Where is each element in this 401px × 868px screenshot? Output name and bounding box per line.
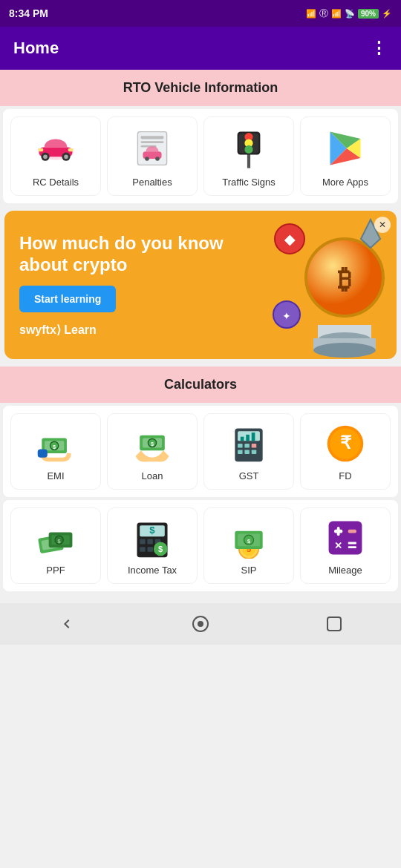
menu-button[interactable]: ⋮ [371,39,388,58]
svg-text:$: $ [149,525,155,536]
more-apps-label: More Apps [322,177,368,188]
status-icons: 📶 Ⓡ 📶 📡 90% ⚡ [306,7,392,20]
svg-rect-6 [38,148,43,151]
register-icon: Ⓡ [319,7,328,20]
svg-rect-89 [348,542,356,545]
svg-text:₿: ₿ [338,264,351,295]
svg-rect-42 [38,449,48,457]
calc-grid-row1: $ EMI $ Loan [3,406,398,497]
penalties-label: Penalties [132,177,172,188]
status-time: 8:34 PM [9,7,48,19]
svg-rect-86 [337,527,340,536]
gst-icon [226,421,271,466]
emi-icon: $ [33,421,78,466]
emi-label: EMI [47,470,64,481]
svg-rect-9 [141,136,164,139]
svg-rect-10 [141,141,164,143]
battery-icon: 90% [358,9,379,19]
svg-rect-49 [241,437,244,441]
bottom-navigation [0,603,401,645]
grid-item-more-apps[interactable]: More Apps [300,116,391,196]
svg-rect-71 [147,539,152,545]
signal-icon: 📶 [306,9,316,19]
traffic-signs-label: Traffic Signs [222,177,276,188]
svg-rect-50 [246,435,250,441]
svg-rect-57 [252,450,257,454]
loan-icon: $ [130,421,175,466]
svg-point-92 [198,621,203,627]
calc-item-emi[interactable]: $ EMI [10,413,101,490]
sip-icon: 5 $ [226,516,271,560]
sip-label: SIP [241,565,257,576]
ad-close-button[interactable]: ✕ [374,217,391,233]
top-grid: RC Details Penalties [3,109,398,203]
svg-rect-54 [252,444,257,448]
ad-cta-button[interactable]: Start learning [19,286,116,312]
calc-grid-row2: $ PPF $ $ Inc [3,500,398,591]
svg-rect-53 [244,444,250,448]
gst-label: GST [239,470,259,481]
calc-item-ppf[interactable]: $ PPF [10,507,101,584]
ppf-label: PPF [46,565,65,576]
svg-rect-70 [140,539,145,545]
wifi-icon: 📡 [345,9,355,19]
grid-item-rc-details[interactable]: RC Details [10,116,101,196]
status-bar: 8:34 PM 📶 Ⓡ 📶 📡 90% ⚡ [0,0,401,27]
svg-text:₹: ₹ [340,433,352,453]
ad-graphic: ₿ ◆ ✦ [263,211,397,359]
svg-rect-51 [252,433,255,441]
calc-item-loan[interactable]: $ Loan [107,413,198,490]
loan-label: Loan [142,470,163,481]
svg-rect-55 [238,450,243,454]
grid-item-penalties[interactable]: Penalties [107,116,198,196]
svg-rect-7 [68,148,74,151]
recents-button[interactable] [324,614,345,634]
svg-rect-76 [147,547,152,552]
bolt-icon: ⚡ [382,9,392,19]
rc-details-icon [32,125,79,172]
income-tax-label: Income Tax [128,565,177,576]
mileage-icon: ✕ [323,516,368,560]
app-header: Home ⋮ [0,27,401,70]
home-button[interactable] [190,614,211,634]
svg-rect-93 [327,617,341,631]
ad-title: How much do you know about crypto [19,233,248,276]
svg-text:✕: ✕ [334,540,342,551]
fd-icon: ₹ [323,421,368,466]
penalties-icon [128,125,176,172]
signal2-icon: 📶 [331,9,342,19]
svg-rect-56 [244,450,250,454]
fd-label: FD [339,470,351,481]
calculators-banner: Calculators [0,366,401,403]
page-title: Home [13,39,59,58]
calc-item-mileage[interactable]: ✕ Mileage [300,507,391,584]
calc-item-sip[interactable]: 5 $ SIP [203,507,294,584]
traffic-signs-icon [225,125,273,172]
svg-rect-75 [140,547,145,552]
income-tax-icon: $ $ [130,516,175,560]
svg-point-14 [155,157,160,161]
svg-point-5 [64,154,68,159]
grid-item-traffic-signs[interactable]: Traffic Signs [203,116,294,196]
ppf-icon: $ [33,516,78,560]
svg-rect-15 [247,154,250,168]
calc-item-income-tax[interactable]: $ $ Income Tax [107,507,198,584]
more-apps-icon [322,125,369,172]
calc-item-gst[interactable]: GST [203,413,294,490]
ad-content: How much do you know about crypto Start … [4,218,263,352]
svg-text:◆: ◆ [284,232,296,247]
svg-rect-52 [238,444,243,448]
back-button[interactable] [56,614,77,634]
mileage-label: Mileage [328,565,362,576]
ad-banner: How much do you know about crypto Start … [4,211,397,359]
ad-brand: swyftx⟩ Learn [19,323,248,337]
calc-item-fd[interactable]: ₹ FD [300,413,391,490]
svg-rect-90 [348,546,356,548]
svg-point-20 [244,145,252,154]
svg-rect-87 [348,530,356,533]
svg-point-13 [145,157,149,161]
svg-point-3 [43,154,48,159]
svg-text:$: $ [158,545,163,553]
rto-banner: RTO Vehicle Information [0,70,401,106]
svg-text:✦: ✦ [282,310,291,322]
